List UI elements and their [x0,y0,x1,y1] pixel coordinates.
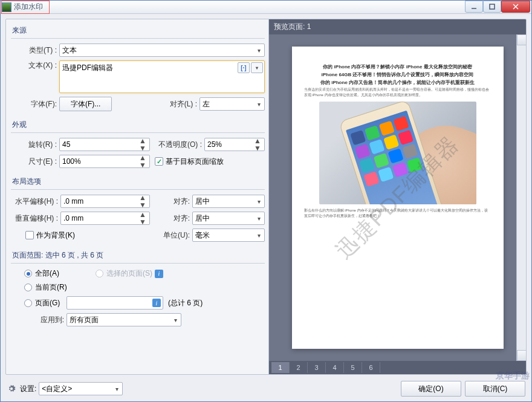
range-pages-label: 页面(G) [35,298,66,308]
macro-dropdown-button[interactable] [251,62,263,73]
watermark-dialog: 添加水印 来源 类型(T) : 文本 文本(X) : [0,0,532,402]
scale-to-page-checkbox[interactable] [155,157,163,166]
rotate-input[interactable]: 45▲▼ [59,138,150,151]
voffset-label: 垂直偏移(H) : [11,213,60,224]
size-input[interactable]: 100%▲▼ [59,155,150,168]
hoffset-label: 水平偏移(H) : [11,196,60,207]
preview-page: 你的 iPhone 内存不够用？解锁小内存 iPhone 最大化释放空间的秘密 … [292,47,504,349]
halign-label: 对齐: [155,196,192,207]
window-title: 添加水印 [14,2,43,12]
close-button[interactable] [501,1,530,13]
settings-label: 设置: [20,384,36,394]
font-label: 字体(F): [11,99,59,109]
thumb-page[interactable]: 6 [362,362,380,373]
preview-scrollbar[interactable] [516,34,526,361]
gear-icon[interactable] [7,384,16,394]
appearance-section-title: 外观 [11,117,265,133]
maximize-button[interactable] [483,1,501,13]
settings-preset-select[interactable]: <自定义> [39,382,123,395]
source-section-title: 来源 [11,23,265,39]
as-background-checkbox[interactable] [25,231,34,239]
doc-paragraph: 当身边的安卓党们在为手机应用崩溃和死机而头疼时，你是不是在一旁暗自窃喜。可是随着… [304,87,491,98]
text-align-select[interactable]: 左 [199,97,265,111]
watermark-text-input[interactable]: 迅捷PDF编辑器 [·] [59,60,265,93]
opacity-input[interactable]: 25%▲▼ [204,138,265,151]
range-all-radio[interactable] [24,270,32,277]
hoffset-input[interactable]: .0 mm▲▼ [60,195,150,208]
dialog-footer: 设置: <自定义> 确定(O) 取消(C) [5,378,527,397]
preview-viewport[interactable]: 你的 iPhone 内存不够用？解锁小内存 iPhone 最大化释放空间的秘密 … [269,34,526,361]
range-current-radio[interactable] [24,284,32,291]
layout-section-title: 布局选项 [11,174,265,190]
apply-to-select[interactable]: 所有页面 [66,313,181,326]
apply-to-label: 应用到: [11,315,66,325]
range-all-label: 全部(A) [35,268,59,279]
doc-image [319,102,476,204]
macro-button[interactable]: [·] [238,62,250,73]
doc-heading: 你的 iPhone 内存不够用？解锁小内存 iPhone 最大化释放空间的秘密 [304,63,491,70]
range-selected-radio [96,270,103,277]
thumb-page[interactable]: 1 [271,362,290,373]
thumb-page[interactable]: 5 [344,362,362,373]
info-icon[interactable]: i [152,299,161,307]
doc-heading: 你的 iPhone 内存又告急！简单的几个操作，就能让小内存手机重获新生 [304,79,491,86]
page-thumbnails: 1 2 3 4 5 6 [269,361,526,374]
titlebar[interactable]: 添加水印 [1,1,531,14]
doc-paragraph: 那么有什么的方向以缓解 iPhone 内存不足的问题吗？今天我就给大家讲讲几个可… [304,208,491,219]
unit-label: 单位(U): [155,230,192,241]
halign-select[interactable]: 居中 [192,195,265,208]
thumb-page[interactable]: 2 [290,362,308,373]
opacity-label: 不透明度(O) : [155,140,204,150]
info-icon[interactable]: i [155,270,163,278]
range-pages-radio[interactable] [24,299,32,307]
text-align-label: 对齐(L) : [155,99,199,109]
type-label: 类型(T) : [11,45,59,56]
preview-header: 预览页面: 1 [269,19,526,34]
voffset-input[interactable]: .0 mm▲▼ [60,212,150,225]
valign-select[interactable]: 居中 [192,212,265,225]
minimize-button[interactable] [465,1,483,13]
valign-label: 对齐: [155,213,192,224]
svg-rect-1 [490,4,495,9]
unit-select[interactable]: 毫米 [192,229,265,242]
cancel-button[interactable]: 取消(C) [465,381,525,397]
font-button[interactable]: 字体(F)... [59,97,112,111]
ok-button[interactable]: 确定(O) [401,381,461,397]
scale-to-page-label: 基于目标页面缩放 [166,157,224,167]
size-label: 尺寸(E) : [11,157,59,167]
thumb-page[interactable]: 4 [326,362,344,373]
rotate-label: 旋转(R) : [11,140,59,150]
settings-panel: 来源 类型(T) : 文本 文本(X) : 迅捷PDF编辑器 [·] [6,19,268,374]
type-select[interactable]: 文本 [59,44,265,57]
thumb-page[interactable]: 3 [308,362,326,373]
preview-panel: 预览页面: 1 你的 iPhone 内存不够用？解锁小内存 iPhone 最大化… [268,19,526,374]
as-background-label: 作为背景(K) [36,230,75,241]
range-current-label: 当前页(R) [35,282,67,293]
doc-heading: iPhone 64GB 还不够用！悄悄告诉你几个设置技巧，瞬间释放内容空间 [304,71,491,78]
pagerange-section-title: 页面范围: 选中 6 页 , 共 6 页 [11,248,265,264]
range-selected-label: 选择的页面(S) [106,268,152,279]
total-pages-label: (总计 6 页) [168,298,203,308]
text-label: 文本(X) : [11,60,59,71]
app-icon [2,2,11,12]
pages-input[interactable]: i [66,296,163,310]
